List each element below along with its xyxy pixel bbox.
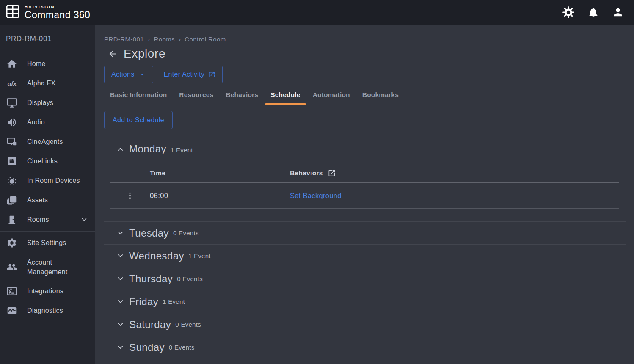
sidebar-item-audio[interactable]: Audio — [0, 113, 95, 132]
cinelinks-icon — [6, 155, 18, 167]
user-profile-icon[interactable] — [612, 6, 624, 18]
assets-icon — [6, 194, 18, 206]
sidebar-item-in-room-devices[interactable]: In Room Devices — [0, 171, 95, 190]
sidebar-item-rooms[interactable]: Rooms — [0, 210, 95, 229]
sidebar-item-account-management[interactable]: Account Management — [0, 253, 95, 281]
haivision-logo-icon — [5, 4, 20, 21]
schedule-list: Monday 1 Event Time Behaviors — [104, 143, 626, 358]
sidebar-room-title: PRD-RM-001 — [0, 35, 95, 43]
breadcrumb-control-room[interactable]: Control Room — [185, 36, 226, 43]
day-header-thursday[interactable]: Thursday 0 Events — [104, 267, 626, 290]
sidebar-item-integrations[interactable]: Integrations — [0, 281, 95, 301]
tab-bookmarks[interactable]: Bookmarks — [362, 88, 399, 105]
day-header-friday[interactable]: Friday 1 Event — [104, 290, 626, 313]
breadcrumb-room[interactable]: PRD-RM-001 — [104, 36, 144, 43]
open-in-new-icon — [208, 71, 215, 78]
sidebar-item-site-settings[interactable]: Site Settings — [0, 233, 95, 253]
chevron-down-icon — [116, 343, 124, 351]
sidebar-item-assets[interactable]: Assets — [0, 190, 95, 210]
chevron-down-icon — [116, 229, 124, 237]
back-arrow-icon[interactable] — [108, 49, 118, 59]
event-count: 0 Events — [177, 275, 203, 282]
home-icon — [6, 58, 18, 70]
product-name: Command 360 — [25, 10, 90, 20]
open-in-new-icon[interactable] — [328, 169, 336, 177]
chevron-down-icon — [116, 298, 124, 306]
audio-icon — [6, 116, 18, 128]
actions-button[interactable]: Actions — [104, 66, 153, 83]
day-header-monday[interactable]: Monday 1 Event — [104, 143, 626, 155]
event-count: 0 Events — [175, 321, 201, 328]
chevron-down-icon[interactable] — [80, 216, 88, 223]
event-row: 06:00 Set Background — [110, 183, 619, 209]
sidebar-item-alpha-fx[interactable]: αfx Alpha FX — [0, 74, 95, 93]
chevron-down-icon — [116, 275, 124, 283]
behavior-link[interactable]: Set Background — [290, 192, 619, 200]
diagnostics-icon — [6, 305, 18, 317]
schedule-day-monday: Monday 1 Event Time Behaviors — [104, 143, 626, 209]
sidebar-item-cinelinks[interactable]: CineLinks — [0, 152, 95, 171]
chevron-down-icon — [116, 252, 124, 260]
tab-basic-information[interactable]: Basic Information — [110, 88, 167, 105]
add-to-schedule-button[interactable]: Add to Schedule — [104, 111, 173, 129]
main-content: PRD-RM-001 › Rooms › Control Room Explor… — [95, 25, 634, 364]
sidebar-item-displays[interactable]: Displays — [0, 93, 95, 113]
breadcrumb: PRD-RM-001 › Rooms › Control Room — [104, 36, 626, 43]
enter-activity-button[interactable]: Enter Activity — [157, 66, 223, 83]
notifications-bell-icon[interactable] — [587, 6, 599, 18]
tab-behaviors[interactable]: Behaviors — [226, 88, 258, 105]
tab-automation[interactable]: Automation — [313, 88, 350, 105]
breadcrumb-separator: › — [148, 36, 150, 43]
caret-down-icon — [138, 71, 146, 78]
event-count: 1 Event — [188, 252, 211, 259]
in-room-devices-icon — [6, 175, 18, 187]
event-count: 1 Event — [171, 146, 193, 154]
site-settings-gear-icon — [6, 237, 18, 249]
tab-resources[interactable]: Resources — [179, 88, 213, 105]
breadcrumb-separator: › — [179, 36, 181, 43]
day-header-tuesday[interactable]: Tuesday 0 Events — [104, 221, 626, 244]
day-header-saturday[interactable]: Saturday 0 Events — [104, 313, 626, 336]
day-header-wednesday[interactable]: Wednesday 1 Event — [104, 244, 626, 267]
page-title: Explore — [124, 47, 165, 61]
event-table: Time Behaviors 06:00 Set Background — [110, 169, 619, 209]
event-count: 0 Events — [169, 344, 195, 351]
settings-gear-icon[interactable] — [562, 6, 575, 19]
column-header-time: Time — [150, 169, 290, 177]
event-count: 1 Event — [163, 298, 185, 305]
sidebar-item-home[interactable]: Home — [0, 54, 95, 74]
rooms-icon — [6, 214, 18, 226]
sidebar: PRD-RM-001 Home αfx Alpha FX Displays Au… — [0, 25, 95, 364]
displays-icon — [6, 97, 18, 109]
brand: HAIVISION Command 360 — [5, 4, 90, 21]
chevron-up-icon — [116, 145, 124, 153]
sidebar-divider — [0, 231, 95, 232]
integrations-icon — [6, 285, 18, 297]
cineagents-icon — [6, 136, 18, 148]
event-time: 06:00 — [150, 192, 290, 200]
tab-schedule[interactable]: Schedule — [270, 88, 300, 105]
top-bar: HAIVISION Command 360 — [0, 0, 634, 25]
day-header-sunday[interactable]: Sunday 0 Events — [104, 336, 626, 358]
chevron-down-icon — [116, 320, 124, 328]
brand-name: HAIVISION — [25, 5, 90, 9]
kebab-menu-icon[interactable] — [125, 190, 135, 201]
sidebar-item-cineagents[interactable]: CineAgents — [0, 132, 95, 152]
event-count: 0 Events — [173, 229, 199, 237]
account-management-icon — [6, 261, 18, 273]
breadcrumb-rooms[interactable]: Rooms — [154, 36, 175, 43]
alpha-fx-icon: αfx — [6, 77, 18, 89]
column-header-behaviors: Behaviors — [290, 169, 619, 177]
tab-bar: Basic Information Resources Behaviors Sc… — [104, 88, 626, 105]
sidebar-item-diagnostics[interactable]: Diagnostics — [0, 301, 95, 320]
